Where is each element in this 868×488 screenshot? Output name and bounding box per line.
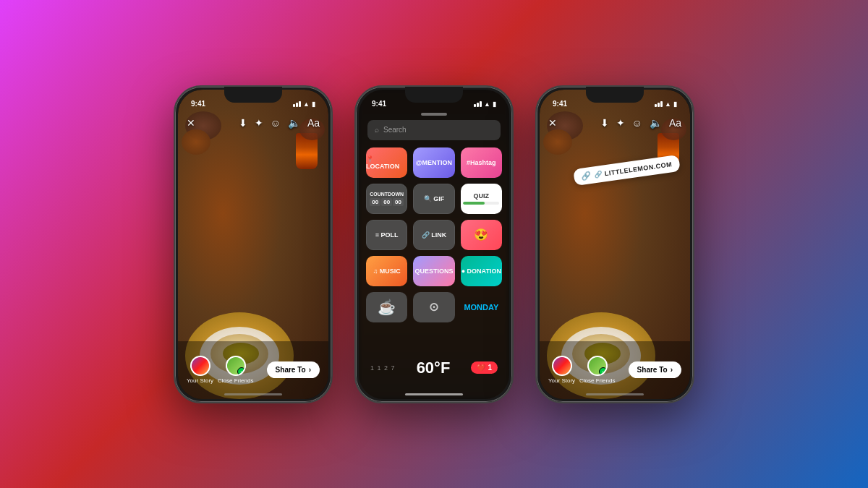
bottom-bar-right: Your Story + Close Friends Share To ›	[540, 341, 690, 399]
status-icons-right: ▲ ▮	[655, 100, 677, 108]
your-story-option-right[interactable]: Your Story	[548, 356, 575, 384]
signal-icon-left	[293, 101, 301, 107]
search-placeholder: Search	[383, 126, 407, 134]
story-options-right: Your Story + Close Friends	[548, 356, 615, 384]
sparkle-icon-right[interactable]: ✦	[616, 117, 625, 129]
signal-icon-middle	[474, 101, 482, 107]
sticker-link[interactable]: 🔗 LINK	[413, 220, 454, 250]
sound-icon-left[interactable]: 🔈	[288, 117, 300, 129]
battery-icon-left: ▮	[312, 100, 315, 108]
share-to-button-right[interactable]: Share To ›	[629, 361, 681, 378]
your-story-avatar-right	[552, 356, 572, 376]
notch-middle	[405, 87, 463, 103]
sticker-coffee[interactable]: ☕	[366, 292, 407, 322]
phone-left: 9:41 ▲ ▮ ✕ ⬇ ✦ ☺ 🔈 Aa	[174, 85, 333, 403]
sound-icon-right[interactable]: 🔈	[650, 117, 662, 129]
like-badge[interactable]: ❤️ 1	[471, 361, 498, 374]
toolbar-left: ✕ ⬇ ✦ ☺ 🔈 Aa	[178, 110, 328, 136]
sticker-questions[interactable]: QUESTIONS	[413, 256, 454, 286]
close-icon-left[interactable]: ✕	[187, 117, 195, 129]
close-friend-badge-right: +	[599, 367, 608, 376]
sticker-poll[interactable]: ≡ POLL	[366, 220, 407, 250]
wifi-icon-right: ▲	[665, 100, 671, 108]
wifi-icon-left: ▲	[303, 100, 310, 108]
text-icon-left[interactable]: Aa	[307, 117, 320, 129]
text-icon-right[interactable]: Aa	[669, 117, 681, 129]
your-story-label-right: Your Story	[548, 377, 575, 384]
sticker-countdown[interactable]: COUNTDOWN 00 00 00	[366, 184, 407, 214]
story-options-left: Your Story + Close Friends	[187, 356, 253, 384]
bottom-bar-left: Your Story + Close Friends Share To ›	[178, 341, 328, 399]
sticker-quiz[interactable]: QUIZ	[461, 184, 502, 214]
time-right: 9:41	[553, 100, 567, 108]
time-middle: 9:41	[372, 100, 386, 108]
notch-left	[224, 87, 282, 103]
sticker-music[interactable]: ♫ MUSIC	[366, 256, 407, 286]
close-friends-label: Close Friends	[218, 377, 253, 384]
toolbar-right: ✕ ⬇ ✦ ☺ 🔈 Aa	[540, 110, 690, 136]
sticker-location[interactable]: 📍 LOCATION	[366, 147, 407, 178]
download-icon-left[interactable]: ⬇	[239, 117, 247, 129]
close-friends-option[interactable]: + Close Friends	[218, 356, 253, 384]
sticker-mention[interactable]: @MENTION	[413, 147, 454, 178]
download-icon-right[interactable]: ⬇	[600, 117, 609, 129]
share-to-button-left[interactable]: Share To ›	[267, 361, 320, 378]
sticker-donation[interactable]: ● DONATION	[461, 256, 502, 286]
your-story-option[interactable]: Your Story	[187, 356, 213, 384]
battery-icon-right: ▮	[673, 100, 677, 108]
search-bar[interactable]: ⌕ Search	[367, 120, 501, 140]
signal-icon-right	[655, 101, 663, 107]
sticker-camera[interactable]: ⊙	[413, 292, 454, 322]
sticker-hashtag[interactable]: #Hashtag	[461, 147, 502, 178]
wifi-icon-middle: ▲	[484, 100, 490, 108]
close-friends-option-right[interactable]: + Close Friends	[579, 356, 615, 384]
close-friend-badge: +	[237, 367, 246, 376]
link-icon: 🔗	[580, 170, 592, 181]
sparkle-icon-left[interactable]: ✦	[255, 117, 263, 129]
time-left: 9:41	[191, 100, 205, 108]
phone-middle: 9:41 ▲ ▮ ⌕ Search 📍 LOCATION @MENTIO	[354, 85, 514, 403]
close-icon-right[interactable]: ✕	[548, 117, 557, 129]
your-story-label: Your Story	[187, 377, 213, 384]
close-friends-avatar: +	[226, 356, 246, 376]
face-icon-right[interactable]: ☺	[632, 117, 642, 129]
search-icon: ⌕	[375, 126, 379, 134]
status-icons-middle: ▲ ▮	[474, 100, 496, 108]
sticker-gif[interactable]: 🔍 GIF	[413, 184, 454, 214]
close-friends-label-right: Close Friends	[579, 377, 615, 384]
your-story-avatar	[190, 356, 210, 376]
home-indicator-middle	[405, 393, 463, 395]
close-friends-avatar-right: +	[587, 356, 608, 376]
battery-icon-middle: ▮	[493, 100, 496, 108]
sticker-grid: 📍 LOCATION @MENTION #Hashtag COUNTDOWN 0…	[366, 147, 502, 322]
face-icon-left[interactable]: ☺	[271, 117, 281, 129]
ticker-numbers: 1 1 2 7	[370, 364, 396, 372]
notch-right	[586, 87, 644, 103]
drag-handle[interactable]	[421, 113, 447, 116]
sticker-bottom-bar: 1 1 2 7 60°F ❤️ 1	[359, 359, 509, 377]
temperature-display: 60°F	[417, 359, 451, 377]
status-icons-left: ▲ ▮	[293, 100, 315, 108]
phone-right: 🔗 🔗 LITTLELEMON.COM 9:41 ▲ ▮ ✕ ⬇ ✦ ☺	[535, 85, 694, 403]
sticker-emoji-slider[interactable]: 😍	[461, 220, 502, 250]
heart-icon: ❤️	[477, 364, 485, 372]
like-count: 1	[488, 364, 492, 372]
sticker-monday[interactable]: MONDAY	[461, 292, 502, 322]
